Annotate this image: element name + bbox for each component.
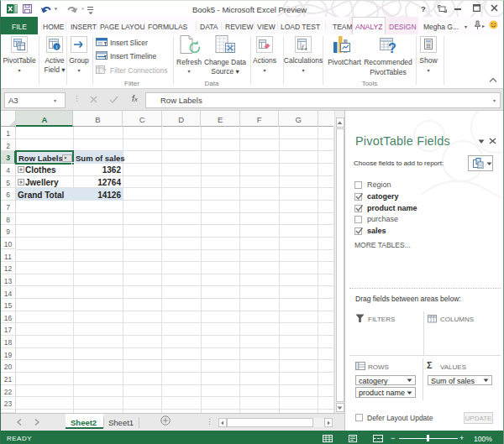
svg-text:i: i: [56, 44, 58, 50]
svg-text:x: x: [304, 46, 307, 51]
svg-text:?: ?: [388, 41, 396, 55]
